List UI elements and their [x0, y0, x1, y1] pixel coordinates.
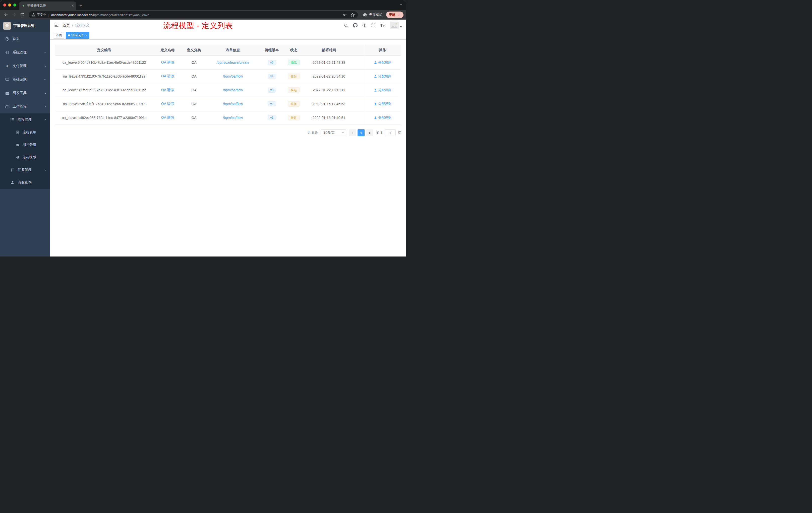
sidebar-item-user-group[interactable]: 用户分组: [0, 139, 50, 151]
deploy-time: 2022-01-16 17:46:53: [304, 97, 354, 111]
tab-close-icon[interactable]: ×: [72, 4, 74, 8]
yen-icon: ¥: [5, 64, 9, 68]
back-icon[interactable]: [2, 11, 9, 18]
font-size-icon[interactable]: [380, 23, 385, 27]
briefcase-icon: [5, 105, 9, 109]
chevron-down-icon: [44, 92, 47, 95]
column-header: 状态: [284, 45, 304, 56]
chevron-up-icon: [44, 118, 47, 121]
update-button[interactable]: 更新 ⋮: [386, 11, 404, 18]
sidebar-item-label: 支付管理: [12, 64, 41, 68]
sidebar-item-process-form[interactable]: 流程表单: [0, 126, 50, 139]
next-page-button[interactable]: ›: [366, 129, 373, 136]
browser-tab[interactable]: 芋道管理系统 ×: [19, 1, 76, 10]
tag-close-icon[interactable]: ×: [85, 34, 87, 37]
update-label: 更新: [389, 13, 395, 17]
definition-category: OA: [182, 69, 206, 83]
version-badge: v3: [268, 88, 276, 93]
reload-icon[interactable]: [19, 11, 26, 18]
form-info-link[interactable]: /bpm/oa/flow: [223, 74, 243, 78]
sidebar-item-task-mgmt[interactable]: 任务管理: [0, 163, 50, 176]
sidebar-item-process-model[interactable]: 流程模型: [0, 151, 50, 163]
sidebar-item-dev-tools[interactable]: 研发工具: [0, 86, 50, 100]
form-info-link[interactable]: /bpm/oa/leave/create: [216, 60, 249, 64]
status-badge: 挂起: [288, 101, 299, 107]
assign-rule-link[interactable]: 分配规则: [374, 88, 392, 92]
assign-rule-link[interactable]: 分配规则: [374, 102, 392, 106]
form-info-link[interactable]: /bpm/oa/flow: [223, 88, 243, 92]
tab-search-icon[interactable]: [400, 3, 403, 6]
definition-name-link[interactable]: OA 请假: [161, 102, 174, 106]
deploy-time: 2022-01-16 01:40:51: [304, 111, 354, 124]
page-size-select[interactable]: 10条/页: [321, 129, 346, 136]
definition-id: oa_leave:1:482ec033-762a-11ec-8477-a2380…: [55, 111, 153, 124]
sidebar-item-system-mgmt[interactable]: 系统管理: [0, 46, 50, 59]
tag-process-definition[interactable]: 流程定义 ×: [66, 32, 89, 39]
hamburger-icon[interactable]: [54, 23, 59, 27]
definitions-table: 定义编号定义名称定义分类表单信息流程版本状态部署时间操作 oa_leave:5:…: [55, 45, 401, 125]
address-bar[interactable]: 不安全 | dashboard.yudao.iocoder.cn/bpm/man…: [29, 11, 358, 18]
pagination: 共 5 条 10条/页 ‹ 1 › 前往 页: [55, 129, 401, 136]
definition-name-link[interactable]: OA 请假: [161, 116, 174, 120]
key-icon[interactable]: [343, 13, 347, 17]
row-filler: [354, 97, 364, 111]
annotation-title: 流程模型 - 定义列表: [163, 21, 233, 31]
maximize-window-button[interactable]: [13, 3, 16, 6]
fullscreen-icon[interactable]: [371, 23, 375, 27]
assign-rule-link[interactable]: 分配规则: [374, 60, 392, 65]
assign-rule-link[interactable]: 分配规则: [374, 116, 392, 120]
app-root: 芋道管理系统 首页 系统管理 ¥ 支付管理: [0, 20, 406, 256]
help-icon[interactable]: [362, 23, 367, 28]
column-header: 定义编号: [55, 45, 153, 56]
table-row: oa_leave:2:3c1f0ef1-76b1-11ec-9c66-a2380…: [55, 97, 401, 111]
new-tab-button[interactable]: +: [79, 3, 82, 8]
assign-rule-link[interactable]: 分配规则: [374, 74, 392, 79]
sidebar-item-payment-mgmt[interactable]: ¥ 支付管理: [0, 59, 50, 73]
sidebar-item-home[interactable]: 首页: [0, 32, 50, 46]
sidebar-item-label: 请假查询: [18, 180, 47, 185]
bookmark-star-icon[interactable]: [350, 13, 355, 17]
breadcrumb-home-link[interactable]: 首页: [63, 23, 70, 28]
sidebar-logo[interactable]: 芋道管理系统: [0, 20, 50, 32]
sidebar-item-workflow[interactable]: 工作流程: [0, 100, 50, 114]
github-icon[interactable]: [353, 23, 357, 28]
deploy-time: 2022-01-22 19:19:11: [304, 83, 354, 97]
form-info-link[interactable]: /bpm/oa/flow: [223, 116, 243, 120]
goto-page-input[interactable]: [385, 129, 396, 136]
tag-label: 首页: [56, 33, 62, 37]
caret-down-icon[interactable]: [400, 26, 402, 27]
forward-icon[interactable]: [10, 11, 18, 18]
user-menu[interactable]: [390, 22, 402, 29]
definition-name-link[interactable]: OA 请假: [161, 60, 174, 65]
user-icon: [374, 89, 377, 92]
active-dot: [68, 34, 70, 36]
menu-kebab-icon[interactable]: ⋮: [397, 13, 401, 17]
close-window-button[interactable]: [3, 3, 6, 6]
goto-label: 前往: [376, 130, 383, 135]
user-avatar[interactable]: [390, 22, 399, 29]
prev-page-button[interactable]: ‹: [349, 129, 356, 136]
page-number-button[interactable]: 1: [357, 129, 365, 136]
incognito-icon: [362, 13, 367, 17]
row-filler: [354, 83, 364, 97]
sidebar-item-process-mgmt[interactable]: 流程管理: [0, 114, 50, 126]
tag-home[interactable]: 首页: [54, 32, 64, 39]
version-badge: v4: [268, 74, 276, 79]
form-info-link[interactable]: /bpm/oa/flow: [223, 102, 243, 106]
sidebar: 芋道管理系统 首页 系统管理 ¥ 支付管理: [0, 20, 50, 256]
definition-name-link[interactable]: OA 请假: [161, 74, 174, 79]
definition-name-link[interactable]: OA 请假: [161, 88, 174, 92]
logo-avatar: [3, 22, 11, 30]
page-size-value: 10条/页: [324, 130, 335, 135]
sidebar-item-leave-query[interactable]: 请假查询: [0, 176, 50, 189]
chevron-up-icon: [44, 105, 47, 108]
minimize-window-button[interactable]: [8, 3, 11, 6]
sidebar-item-infrastructure[interactable]: 基础设施: [0, 73, 50, 86]
workflow-submenu: 流程管理 流程表单 用户分组: [0, 114, 50, 189]
users-icon: [15, 143, 20, 147]
tags-view-bar: 首页 流程定义 ×: [50, 31, 406, 40]
security-warning[interactable]: 不安全: [32, 13, 47, 17]
url-host: dashboard.yudao.iocoder.cn: [51, 13, 92, 17]
search-icon[interactable]: [344, 23, 348, 28]
sidebar-item-label: 研发工具: [12, 91, 41, 95]
